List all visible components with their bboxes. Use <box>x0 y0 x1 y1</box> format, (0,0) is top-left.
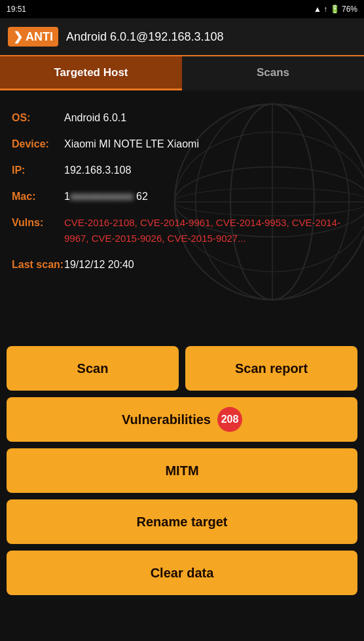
mitm-row: MITM <box>7 448 357 493</box>
last-scan-row: Last scan: 19/12/12 20:40 <box>12 257 352 273</box>
tab-scans[interactable]: Scans <box>182 56 364 90</box>
vulnerabilities-button[interactable]: Vulnerabilities 208 <box>7 397 357 442</box>
status-icons: ▲ ↑ 🔋 76% <box>314 5 357 14</box>
rename-target-button[interactable]: Rename target <box>7 499 357 544</box>
main-content: OS: Android 6.0.1 Device: Xiaomi MI NOTE… <box>0 90 364 340</box>
vulnerabilities-row: Vulnerabilities 208 <box>7 397 357 442</box>
vuln-count-badge: 208 <box>217 407 242 432</box>
clear-data-row: Clear data <box>7 551 357 595</box>
ip-row: IP: 192.168.3.108 <box>12 163 352 178</box>
status-bar: 19:51 ▲ ↑ 🔋 76% <box>0 0 364 18</box>
device-info-table: OS: Android 6.0.1 Device: Xiaomi MI NOTE… <box>12 110 352 273</box>
logo-text: ANTI <box>26 30 53 44</box>
logo-chevron: ❯ <box>13 29 23 44</box>
os-value: Android 6.0.1 <box>64 110 126 126</box>
os-row: OS: Android 6.0.1 <box>12 110 352 126</box>
os-label: OS: <box>12 110 64 126</box>
scan-button[interactable]: Scan <box>7 346 179 391</box>
ip-value: 192.168.3.108 <box>64 163 131 178</box>
time: 19:51 <box>7 5 26 14</box>
buttons-section: Scan Scan report Vulnerabilities 208 MIT… <box>0 340 364 595</box>
mac-row: Mac: 1●●●●●●●●●● 62 <box>12 189 352 204</box>
last-scan-label: Last scan: <box>12 257 64 273</box>
mac-value: 1●●●●●●●●●● 62 <box>64 189 148 204</box>
device-row: Device: Xiaomi MI NOTE LTE Xiaomi <box>12 136 352 152</box>
mac-blurred: ●●●●●●●●●● <box>70 189 134 204</box>
rename-target-row: Rename target <box>7 499 357 544</box>
mac-label: Mac: <box>12 189 64 204</box>
app-title: Android 6.0.1@192.168.3.108 <box>66 30 223 44</box>
vulns-value: CVE-2016-2108, CVE-2014-9961, CVE-2014-9… <box>64 215 352 246</box>
tabs-container: Targeted Host Scans <box>0 56 364 90</box>
app-header: ❯ ANTI Android 6.0.1@192.168.3.108 <box>0 18 364 56</box>
device-label: Device: <box>12 136 64 152</box>
vulns-row: Vulns: CVE-2016-2108, CVE-2014-9961, CVE… <box>12 215 352 246</box>
scan-report-button[interactable]: Scan report <box>185 346 357 391</box>
tab-targeted-host[interactable]: Targeted Host <box>0 56 182 90</box>
scan-buttons-row: Scan Scan report <box>7 346 357 391</box>
device-value: Xiaomi MI NOTE LTE Xiaomi <box>64 136 199 152</box>
clear-data-button[interactable]: Clear data <box>7 551 357 595</box>
app-logo: ❯ ANTI <box>8 27 58 47</box>
last-scan-value: 19/12/12 20:40 <box>64 257 134 273</box>
mitm-button[interactable]: MITM <box>7 448 357 493</box>
ip-label: IP: <box>12 163 64 178</box>
vulns-label: Vulns: <box>12 215 64 231</box>
